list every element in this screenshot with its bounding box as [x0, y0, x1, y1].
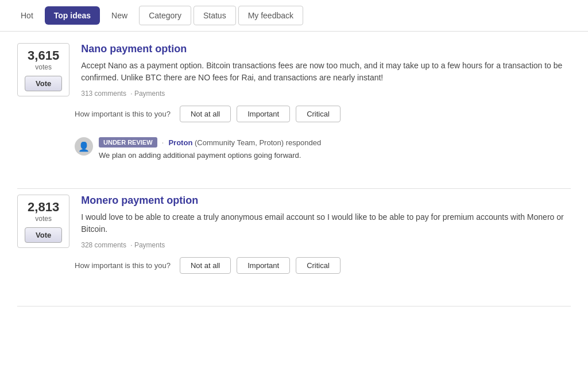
separator: ·	[162, 138, 164, 147]
importance-row: How important is this to you?Not at allI…	[75, 257, 571, 274]
idea-title[interactable]: Nano payment option	[81, 43, 571, 55]
vote-button[interactable]: Vote	[25, 227, 62, 243]
nav-item-top-ideas[interactable]: Top ideas	[45, 6, 100, 25]
importance-btn-important[interactable]: Important	[237, 257, 290, 274]
comment-count[interactable]: 313 comments	[81, 90, 126, 98]
idea-content: Nano payment optionAccept Nano as a paym…	[81, 43, 571, 106]
idea-description: Accept Nano as a payment option. Bitcoin…	[81, 60, 571, 84]
nav-item-hot[interactable]: Hot	[11, 6, 42, 25]
vote-label: votes	[35, 63, 52, 71]
idea-title[interactable]: Monero payment option	[81, 195, 571, 207]
vote-label: votes	[35, 215, 52, 223]
idea-content: Monero payment optionI would love to be …	[81, 195, 571, 257]
importance-question: How important is this to you?	[75, 261, 171, 270]
idea-meta: 328 comments · Payments	[81, 241, 571, 249]
vote-box: 2,813votesVote	[17, 195, 69, 248]
importance-btn-critical[interactable]: Critical	[296, 106, 341, 122]
status-badge: UNDER REVIEW	[99, 137, 157, 148]
navigation: HotTop ideasNewCategoryStatusMy feedback	[0, 0, 588, 32]
importance-btn-critical[interactable]: Critical	[296, 257, 341, 274]
vote-count: 3,615	[28, 48, 59, 63]
response-content: UNDER REVIEW·Proton (Community Team, Pro…	[99, 137, 571, 160]
idea-category[interactable]: Payments	[134, 90, 165, 98]
importance-question: How important is this to you?	[75, 110, 171, 118]
avatar: 👤	[75, 137, 93, 156]
response-area: 👤UNDER REVIEW·Proton (Community Team, Pr…	[75, 131, 571, 160]
importance-btn-important[interactable]: Important	[237, 106, 290, 122]
response-author: Proton (Community Team, Proton) responde…	[168, 138, 321, 147]
importance-btn-not-at-all[interactable]: Not at all	[180, 106, 231, 122]
main-content: 3,615votesVoteNano payment optionAccept …	[0, 32, 588, 324]
idea-description: I would love to be able to create a trul…	[81, 211, 571, 235]
author-detail: (Community Team, Proton)	[195, 138, 284, 147]
idea-category[interactable]: Payments	[134, 241, 165, 249]
importance-btn-not-at-all[interactable]: Not at all	[180, 257, 231, 274]
idea-top: 3,615votesVoteNano payment optionAccept …	[17, 43, 571, 106]
idea-top: 2,813votesVoteMonero payment optionI wou…	[17, 195, 571, 257]
vote-box: 3,615votesVote	[17, 43, 69, 96]
nav-item-my-feedback[interactable]: My feedback	[238, 6, 303, 25]
nav-item-new[interactable]: New	[102, 6, 137, 25]
importance-row: How important is this to you?Not at allI…	[75, 106, 571, 122]
response-header: UNDER REVIEW·Proton (Community Team, Pro…	[99, 137, 571, 148]
idea-meta: 313 comments · Payments	[81, 90, 571, 98]
author-name[interactable]: Proton	[168, 138, 192, 147]
idea-card: 2,813votesVoteMonero payment optionI wou…	[17, 195, 571, 307]
idea-card: 3,615votesVoteNano payment optionAccept …	[17, 43, 571, 189]
nav-item-category[interactable]: Category	[139, 6, 191, 25]
vote-button[interactable]: Vote	[25, 76, 62, 91]
nav-item-status[interactable]: Status	[194, 6, 236, 25]
comment-count[interactable]: 328 comments	[81, 241, 126, 249]
response-text: We plan on adding additional payment opt…	[99, 151, 571, 160]
vote-count: 2,813	[28, 200, 59, 215]
